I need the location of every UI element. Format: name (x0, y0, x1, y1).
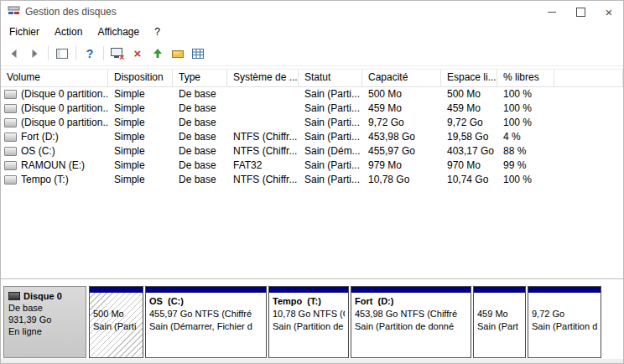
titlebar: Gestion des disques × (1, 1, 623, 23)
partition-972go[interactable]: 9,72 Go Sain (Partition d (528, 286, 601, 358)
menu-fichier[interactable]: Fichier (2, 24, 47, 39)
partition-text: 459 Mo Sain (Part (474, 293, 525, 333)
capacite-cell: 979 Mo (362, 159, 441, 173)
column-header-capacite[interactable]: Capacité (362, 70, 441, 86)
partition-info: 9,72 Go (532, 308, 597, 320)
volume-list-header: Volume Disposition Type Système de ... S… (1, 69, 623, 87)
statut-cell: Sain (Parti... (299, 130, 362, 144)
partition-recovery-500mo[interactable]: 500 Mo Sain (Parti (89, 286, 143, 358)
column-header-systeme[interactable]: Système de ... (227, 70, 299, 86)
back-icon[interactable] (5, 44, 23, 63)
drive-yellow-icon[interactable] (169, 44, 187, 63)
capacite-cell: 9,72 Go (362, 116, 441, 130)
type-cell: De base (173, 87, 227, 101)
disk-type: De base (8, 302, 81, 314)
disposition-cell: Simple (108, 116, 173, 130)
console-tree-icon[interactable] (53, 44, 71, 63)
type-cell: De base (173, 130, 227, 144)
table-row[interactable]: Tempo (T:) Simple De base NTFS (Chiffr..… (1, 173, 623, 187)
espace-libre-cell: 9,72 Go (441, 116, 497, 130)
disposition-cell: Simple (108, 173, 173, 187)
partition-text: Tempo (T:) 10,78 Go NTFS (Chiffr Sain (P… (269, 293, 348, 333)
delete-volume-icon[interactable]: × (128, 44, 147, 63)
volume-name: RAMOUN (E:) (21, 159, 85, 173)
grid-blue-icon[interactable] (189, 44, 207, 63)
menu-help[interactable]: ? (147, 24, 168, 39)
partition-459mo[interactable]: 459 Mo Sain (Part (473, 286, 526, 358)
monitor-error-icon[interactable]: × (108, 44, 127, 63)
table-row[interactable]: (Disque 0 partition... Simple De base Sa… (1, 116, 623, 130)
forward-icon[interactable] (25, 44, 44, 63)
table-row[interactable]: (Disque 0 partition... Simple De base Sa… (1, 101, 623, 116)
volume-icon (4, 118, 17, 127)
menubar: Fichier Action Affichage ? (1, 23, 623, 41)
partition-text: OS (C:) 455,97 Go NTFS (Chiffré Sain (Dé… (146, 293, 266, 333)
partition-title: Fort (D:) (355, 295, 467, 308)
statut-cell: Sain (Parti... (299, 159, 362, 173)
statut-cell: Sain (Parti... (299, 87, 362, 101)
minimize-button[interactable] (538, 1, 566, 23)
espace-libre-cell: 970 Mo (441, 159, 497, 173)
disk-icon (8, 292, 20, 300)
graphical-view: Disque 0 De base 931,39 Go En ligne 500 … (1, 278, 623, 363)
column-header-volume[interactable]: Volume (1, 70, 108, 86)
column-header-espace-libre[interactable]: Espace li... (441, 70, 497, 86)
disk-size: 931,39 Go (8, 314, 81, 325)
volume-cell: (Disque 0 partition... (1, 101, 108, 116)
volume-name: OS (C:) (21, 144, 55, 159)
espace-libre-cell: 459 Mo (441, 101, 497, 116)
espace-libre-cell: 500 Mo (441, 87, 497, 101)
column-header-statut[interactable]: Statut (299, 70, 362, 86)
partition-fort-d[interactable]: Fort (D:) 453,98 Go NTFS (Chiffré Sain (… (351, 286, 471, 358)
type-cell: De base (173, 101, 227, 116)
column-header-disposition[interactable]: Disposition (108, 70, 173, 86)
menu-action[interactable]: Action (47, 24, 90, 39)
pct-libres-cell: 4 % (497, 130, 554, 144)
table-row[interactable]: RAMOUN (E:) Simple De base FAT32 Sain (P… (1, 159, 623, 173)
table-row[interactable]: OS (C:) Simple De base NTFS (Chiffr... S… (1, 144, 623, 159)
menu-affichage[interactable]: Affichage (90, 24, 147, 39)
filler-cell (554, 130, 623, 144)
help-icon[interactable]: ? (81, 44, 99, 63)
disposition-cell: Simple (108, 130, 173, 144)
disk0-info-box[interactable]: Disque 0 De base 931,39 Go En ligne (3, 286, 86, 358)
close-icon: × (606, 6, 613, 18)
disk-status: En ligne (8, 325, 81, 337)
fs-cell (227, 87, 299, 101)
partition-color-bar (90, 287, 143, 293)
minimize-icon (548, 12, 556, 13)
partition-os-c[interactable]: OS (C:) 455,97 Go NTFS (Chiffré Sain (Dé… (145, 286, 267, 358)
partition-title (93, 295, 139, 308)
fs-cell: NTFS (Chiffr... (227, 173, 299, 187)
partition-tempo-t[interactable]: Tempo (T:) 10,78 Go NTFS (Chiffr Sain (P… (268, 286, 349, 358)
partition-info: 459 Mo (477, 308, 522, 320)
statut-cell: Sain (Parti... (299, 101, 362, 116)
filler-cell (554, 87, 623, 101)
partition-status: Sain (Partition de donné (355, 320, 467, 333)
partition-title: Tempo (T:) (273, 295, 345, 308)
partition-status: Sain (Parti (93, 320, 139, 333)
window-title: Gestion des disques (25, 6, 117, 18)
partition-text: 500 Mo Sain (Parti (90, 293, 143, 333)
close-button[interactable]: × (595, 1, 623, 23)
capacite-cell: 459 Mo (362, 101, 441, 116)
capacite-cell: 455,97 Go (362, 144, 441, 159)
maximize-button[interactable] (566, 1, 595, 23)
type-cell: De base (173, 173, 227, 187)
volume-cell: Tempo (T:) (1, 173, 108, 187)
disk-management-window: Gestion des disques × Fichier Action Aff… (0, 0, 624, 364)
column-header-pct-libres[interactable]: % libres (497, 70, 554, 86)
disk-name: Disque 0 (23, 290, 62, 302)
table-row[interactable]: Fort (D:) Simple De base NTFS (Chiffr...… (1, 130, 623, 144)
partition-title (477, 295, 522, 308)
column-header-type[interactable]: Type (173, 70, 227, 86)
table-row[interactable]: (Disque 0 partition... Simple De base Sa… (1, 87, 623, 101)
volume-cell: (Disque 0 partition... (1, 116, 108, 130)
statut-cell: Sain (Parti... (299, 116, 362, 130)
pct-libres-cell: 100 % (497, 116, 554, 130)
red-x-glyph: × (134, 47, 142, 60)
partition-color-bar (528, 287, 601, 293)
pct-libres-cell: 100 % (497, 173, 554, 187)
up-arrow-icon[interactable] (148, 44, 167, 63)
window-controls: × (538, 1, 623, 23)
